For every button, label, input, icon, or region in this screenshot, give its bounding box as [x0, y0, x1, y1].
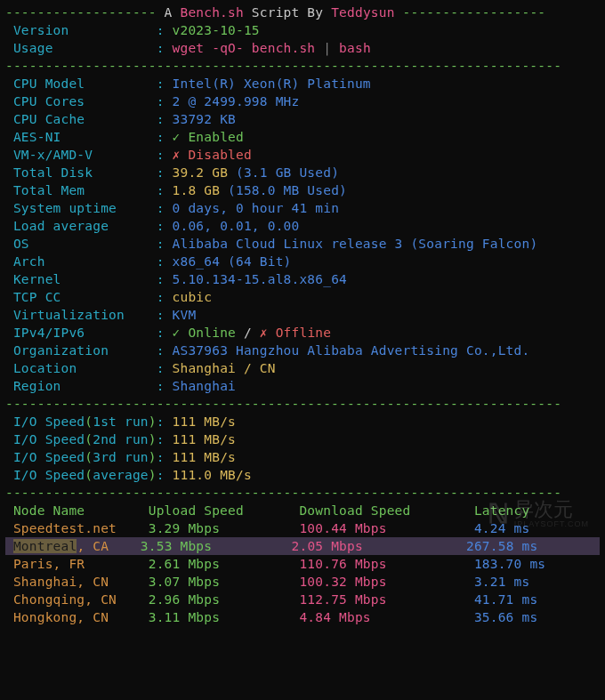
io-row: I/O Speed(3rd run): 111 MB/s	[5, 448, 600, 466]
speed-down: 112.75 Mbps	[299, 592, 473, 607]
value: 5.10.134-15.al8.x86_64	[173, 272, 347, 286]
label: I/O Speed	[5, 414, 85, 429]
ipv6-status: Offline	[276, 326, 332, 340]
speed-row: Paris, FR 2.61 Mbps 110.76 Mbps 183.70 m…	[5, 555, 600, 573]
sys-row: IPv4/IPv6 : ✓ Online / ✗ Offline	[5, 324, 600, 342]
value: v2023-10-15	[173, 23, 260, 37]
separator: ----------------------------------------…	[5, 57, 600, 75]
sys-row: TCP CC : cubic	[5, 288, 600, 306]
speed-lat: 4.24 ms	[474, 521, 530, 535]
meta-row: Version : v2023-10-15	[5, 21, 600, 39]
speed-node: Montreal	[13, 539, 77, 553]
io-value: 111 MB/s	[173, 414, 236, 429]
speed-row: Shanghai, CN 3.07 Mbps 100.32 Mbps 3.21 …	[5, 573, 600, 591]
separator: ----------------------------------------…	[5, 484, 600, 502]
label: Virtualization	[5, 308, 157, 322]
sys-row: OS : Alibaba Cloud Linux release 3 (Soar…	[5, 235, 600, 253]
col-lat: Latency	[474, 503, 530, 518]
label: CPU Cache	[5, 112, 157, 126]
speed-up: 2.61 Mbps	[149, 557, 300, 571]
label: OS	[5, 237, 157, 251]
label: System uptime	[5, 201, 157, 215]
io-note: 1st run	[93, 414, 149, 429]
header-line: ------------------- A Bench.sh Script By…	[5, 4, 600, 21]
sys-row: CPU Cores : 2 @ 2499.998 MHz	[5, 93, 600, 110]
col-up: Upload Speed	[149, 503, 300, 518]
status-icon: ✓	[173, 130, 189, 144]
sys-row: Organization : AS37963 Hangzhou Alibaba …	[5, 342, 600, 359]
header-author: Teddysun	[331, 5, 394, 20]
value: 0 days, 0 hour 41 min	[173, 201, 340, 215]
value: 39.2 GB	[173, 165, 236, 180]
col-node: Node Name	[5, 503, 149, 518]
io-row: I/O Speed(2nd run): 111 MB/s	[5, 430, 600, 448]
value: 1.8 GB	[173, 183, 229, 197]
value: x86_64	[173, 254, 229, 269]
label: I/O Speed	[5, 432, 85, 447]
io-value: 111 MB/s	[173, 432, 236, 447]
label: I/O Speed	[5, 450, 85, 464]
label: Arch	[5, 254, 157, 269]
speed-node: Shanghai, CN	[5, 575, 149, 589]
sys-row: CPU Cache : 33792 KB	[5, 110, 600, 128]
meta-row: Usage : wget -qO- bench.sh | bash	[5, 39, 600, 57]
label: TCP CC	[5, 290, 157, 304]
speed-lat: 267.58 ms	[466, 539, 537, 553]
status-text: Disabled	[188, 148, 251, 162]
arch-note: (64 Bit)	[228, 254, 291, 269]
speed-node: Speedtest.net	[5, 521, 149, 535]
used-note: (158.0 MB Used)	[228, 183, 347, 197]
value: cubic	[173, 290, 213, 304]
speed-up: 3.11 Mbps	[149, 610, 300, 624]
speed-up: 2.96 Mbps	[149, 592, 300, 607]
io-note: 3rd run	[93, 450, 149, 464]
label: CPU Model	[5, 76, 157, 91]
status-text: Enabled	[188, 130, 244, 144]
speed-lat: 41.71 ms	[474, 592, 537, 607]
value: 0.06, 0.01, 0.00	[173, 219, 300, 233]
value: Shanghai / CN	[173, 361, 276, 375]
speed-row: Chongqing, CN 2.96 Mbps 112.75 Mbps 41.7…	[5, 591, 600, 608]
sys-row: CPU Model : Intel(R) Xeon(R) Platinum	[5, 75, 600, 93]
value: Alibaba Cloud Linux release 3 (Soaring F…	[173, 237, 538, 251]
io-value: 111 MB/s	[173, 450, 236, 464]
speed-node: Hongkong, CN	[5, 610, 149, 624]
check-icon: ✓	[173, 326, 189, 340]
speed-down: 100.44 Mbps	[299, 521, 473, 535]
speed-row: Hongkong, CN 3.11 Mbps 4.84 Mbps 35.66 m…	[5, 608, 600, 626]
speed-up: 3.07 Mbps	[149, 575, 300, 589]
label: Organization	[5, 343, 157, 358]
speed-up: 3.29 Mbps	[149, 521, 300, 535]
label: Load average	[5, 219, 157, 233]
speed-node: Paris, FR	[5, 557, 149, 571]
sys-row: Arch : x86_64 (64 Bit)	[5, 253, 600, 270]
io-note: average	[93, 468, 149, 482]
usage-cmd: wget -qO- bench.sh	[173, 41, 316, 55]
speed-lat: 183.70 ms	[474, 557, 545, 571]
header-prefix: A	[157, 5, 181, 20]
speed-up: 3.53 Mbps	[141, 539, 292, 553]
label: Total Mem	[5, 183, 157, 197]
value: 33792 KB	[173, 112, 236, 126]
sys-row: Total Mem : 1.8 GB (158.0 MB Used)	[5, 181, 600, 199]
value: KVM	[173, 308, 197, 322]
speed-row: Speedtest.net 3.29 Mbps 100.44 Mbps 4.24…	[5, 519, 600, 537]
terminal-output: ------------------- A Bench.sh Script By…	[0, 0, 605, 626]
sys-row: AES-NI : ✓ Enabled	[5, 128, 600, 146]
label: IPv4/IPv6	[5, 326, 157, 340]
speed-row: Montreal, CA 3.53 Mbps 2.05 Mbps 267.58 …	[5, 537, 600, 555]
value: 2 @ 2499.998 MHz	[173, 94, 300, 109]
label: Total Disk	[5, 165, 157, 180]
used-note: (3.1 GB Used)	[236, 165, 339, 180]
io-note: 2nd run	[93, 432, 149, 447]
value: AS37963 Hangzhou Alibaba Advertising Co.…	[173, 343, 530, 358]
speed-down: 110.76 Mbps	[299, 557, 473, 571]
header-script: Bench.sh	[180, 5, 243, 20]
speed-down: 4.84 Mbps	[299, 610, 473, 624]
label: Kernel	[5, 272, 157, 286]
label: Location	[5, 361, 157, 375]
sys-row: VM-x/AMD-V : ✗ Disabled	[5, 146, 600, 164]
sys-row: Region : Shanghai	[5, 377, 600, 395]
sys-row: Location : Shanghai / CN	[5, 359, 600, 377]
label: AES-NI	[5, 130, 157, 144]
